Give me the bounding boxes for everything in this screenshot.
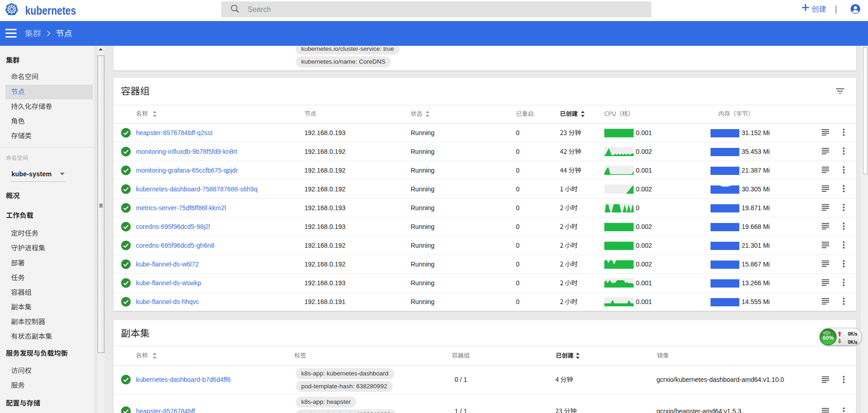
svg-text:60%: 60% [823,335,834,341]
